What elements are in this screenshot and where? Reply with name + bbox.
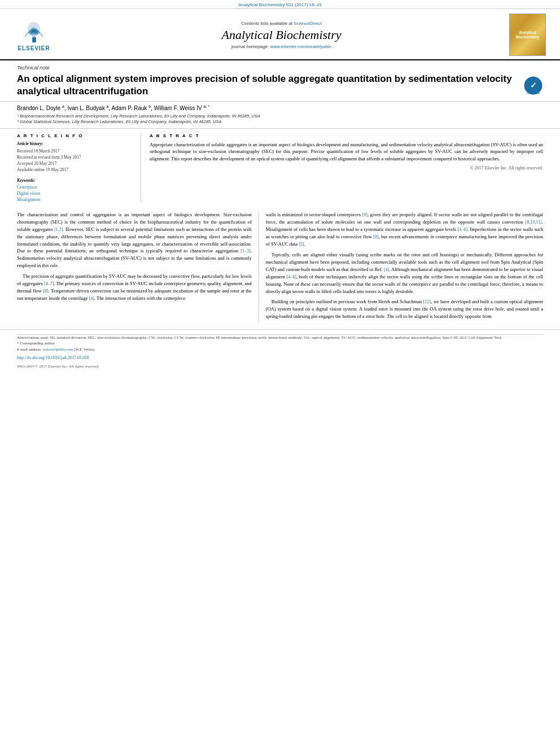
- history-label: Article history:: [17, 141, 132, 146]
- footnotes-section: Abbreviations used: SD, standard deviati…: [0, 329, 560, 353]
- article-title-section: An optical alignment system improves pre…: [0, 71, 560, 102]
- publisher-logo-area: ELSEVIER: [11, 14, 56, 56]
- article-type-label: Technical note: [0, 60, 560, 71]
- cover-journal-title: Analytical Biochemistry: [516, 30, 539, 40]
- elsevier-label: ELSEVIER: [18, 45, 50, 51]
- ref-1-3: [1–3]: [240, 248, 250, 254]
- email-link[interactable]: weisswf@lilly.com: [43, 347, 73, 352]
- abbreviations-footnote: Abbreviations used: SD, standard deviati…: [17, 335, 543, 341]
- affiliations: ᵃ Biopharmaceutical Research and Develop…: [17, 113, 543, 125]
- keyword-1: Centerpiece: [17, 184, 132, 190]
- ref-9: [9]: [362, 212, 368, 217]
- abstract-column: A B S T R A C T Appropriate characteriza…: [141, 133, 543, 203]
- main-body: The characterization and control of aggr…: [0, 203, 560, 324]
- affiliation-a: ᵃ Biopharmaceutical Research and Develop…: [17, 113, 543, 120]
- online-date: Available online 19 May 2017: [17, 167, 132, 173]
- copyright-line: © 2017 Elsevier Inc. All rights reserved…: [150, 165, 543, 171]
- body-text-right: walls is minimized in sector-shaped cent…: [266, 211, 543, 320]
- journal-info-center: Contents lists available at ScienceDirec…: [62, 14, 501, 56]
- body-left-column: The characterization and control of aggr…: [17, 211, 259, 324]
- elsevier-tree-icon: [19, 19, 50, 44]
- ref-1-2: [1,2]: [54, 227, 63, 232]
- ref-8-10-11: [8,10,11]: [526, 220, 542, 225]
- ref-4: [4]: [89, 296, 94, 301]
- corresponding-footnote: * Corresponding author.: [17, 340, 543, 347]
- homepage-link[interactable]: www.elsevier.com/locate/yabio: [270, 44, 332, 49]
- authors-section: Brandon L. Doyle a, Ivan L. Budyak a, Ad…: [0, 102, 560, 128]
- ref-4-6b: [4–6]: [287, 274, 296, 279]
- article-info-column: A R T I C L E I N F O Article history: R…: [17, 133, 141, 203]
- article-info-abstract-section: A R T I C L E I N F O Article history: R…: [0, 128, 560, 203]
- homepage-label: journal homepage:: [231, 44, 269, 49]
- email-suffix: (W.F. Weiss).: [74, 347, 95, 352]
- body-paragraph-3: walls is minimized in sector-shaped cent…: [266, 211, 543, 248]
- crossmark-icon: ✓ CrossMark: [523, 76, 543, 95]
- abstract-header: A B S T R A C T: [150, 133, 543, 138]
- contents-text: Contents lists available at: [241, 21, 292, 26]
- ref-8b: [8]: [373, 234, 378, 239]
- doi-link[interactable]: http://dx.doi.org/10.1016/j.ab.2017.05.0…: [17, 355, 89, 360]
- affiliation-b: ᵇ Global Statistical Sciences, Lilly Res…: [17, 119, 543, 125]
- elsevier-logo: ELSEVIER: [18, 19, 50, 51]
- journal-citation: Analytical Biochemistry 531 (2017) 16–19: [0, 0, 560, 9]
- ref-4-7: [4–7]: [44, 281, 54, 286]
- article-info-header: A R T I C L E I N F O: [17, 133, 132, 138]
- authors-line: Brandon L. Doyle a, Ivan L. Budyak a, Ad…: [17, 104, 543, 111]
- page: Analytical Biochemistry 531 (2017) 16–19…: [0, 0, 560, 747]
- doi-bar: http://dx.doi.org/10.1016/j.ab.2017.05.0…: [0, 352, 560, 363]
- journal-cover-image: Analytical Biochemistry: [509, 14, 546, 56]
- ref-8: [8]: [43, 289, 48, 294]
- received-date: Received 10 March 2017: [17, 148, 132, 154]
- bottom-copyright: 0003-2697/© 2017 Elsevier Inc. All right…: [0, 363, 560, 370]
- svg-text:CrossMark: CrossMark: [526, 91, 540, 95]
- journal-title: Analytical Biochemistry: [222, 28, 342, 42]
- keyword-3: Misalignment: [17, 196, 132, 203]
- abbreviations-text: Abbreviations used: SD, standard deviati…: [17, 335, 502, 340]
- abstract-text: Appropriate characterization of soluble …: [150, 141, 543, 163]
- body-paragraph-2: The precision of aggregate quantificatio…: [17, 273, 252, 302]
- journal-cover-area: Analytical Biochemistry: [506, 14, 549, 56]
- body-text-left: The characterization and control of aggr…: [17, 211, 252, 302]
- keywords-label: Keywords:: [17, 178, 132, 183]
- corresponding-text: * Corresponding author.: [17, 341, 55, 346]
- svg-rect-0: [32, 37, 36, 42]
- article-type-text: Technical note: [17, 65, 50, 71]
- svg-text:✓: ✓: [530, 81, 537, 90]
- revised-date: Received in revised form 3 May 2017: [17, 154, 132, 160]
- body-paragraph-5: Building on principles outlined in previ…: [266, 298, 543, 320]
- journal-header: ELSEVIER Contents lists available at Sci…: [0, 9, 560, 60]
- citation-text: Analytical Biochemistry 531 (2017) 16–19: [238, 2, 322, 7]
- contents-available-line: Contents lists available at ScienceDirec…: [241, 21, 321, 26]
- ref-12: [12]: [423, 299, 431, 304]
- accepted-date: Accepted 16 May 2017: [17, 160, 132, 167]
- ref-4-6: [4–6]: [458, 227, 467, 232]
- body-paragraph-1: The characterization and control of aggr…: [17, 211, 252, 269]
- body-paragraph-4: Typically, cells are aligned either visu…: [266, 251, 543, 295]
- sciencedirect-link[interactable]: ScienceDirect: [294, 21, 321, 26]
- ref-4c: [4]: [384, 267, 389, 272]
- body-right-column: walls is minimized in sector-shaped cent…: [259, 211, 543, 324]
- keywords-section: Keywords: Centerpiece Digital vision Mis…: [17, 178, 132, 203]
- email-footnote: E-mail address: weisswf@lilly.com (W.F. …: [17, 347, 543, 353]
- email-label: E-mail address:: [17, 347, 42, 352]
- article-title: An optical alignment system improves pre…: [17, 73, 518, 98]
- ref-5: [5]: [299, 242, 304, 247]
- keyword-2: Digital vision: [17, 190, 132, 196]
- homepage-line: journal homepage: www.elsevier.com/locat…: [231, 44, 331, 49]
